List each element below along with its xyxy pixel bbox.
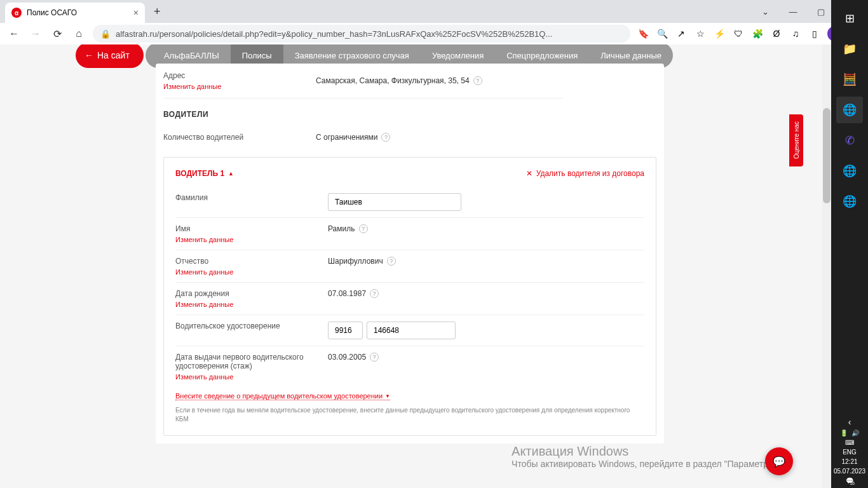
activation-sub: Чтобы активировать Windows, перейдите в … <box>512 459 780 469</box>
patronymic-label: Отчество <box>175 257 328 266</box>
volume-icon[interactable]: 🔊 <box>851 430 859 437</box>
shield-icon[interactable]: 🛡 <box>732 27 745 40</box>
explorer-icon[interactable]: 📁 <box>836 36 863 62</box>
hint-text: Если в течение года вы меняли водительск… <box>175 406 644 424</box>
clock-time[interactable]: 12:21 <box>841 458 857 465</box>
drivers-section-title: ВОДИТЕЛИ <box>156 98 664 125</box>
help-icon[interactable]: ? <box>370 353 379 362</box>
opera-icon[interactable]: Ø <box>770 27 783 40</box>
language-indicator[interactable]: ENG <box>843 449 857 456</box>
back-button[interactable]: ← <box>6 26 22 41</box>
address-label: Адрес <box>163 71 316 80</box>
name-value: Рамиль <box>328 224 355 233</box>
change-dob-link[interactable]: Изменить данные <box>175 301 328 308</box>
surname-row: Фамилия <box>175 187 644 218</box>
windows-activation-overlay: Активация Windows Чтобы активировать Win… <box>512 444 780 469</box>
change-patr-link[interactable]: Изменить данные <box>175 268 328 276</box>
patronymic-value: Шарифуллович <box>328 257 383 266</box>
dob-row: Дата рождения Изменить данные 07.08.1987… <box>175 283 644 315</box>
puzzle-icon[interactable]: 🧩 <box>751 27 764 40</box>
favicon: α <box>11 8 22 18</box>
notifications-icon[interactable]: 💬16 <box>846 477 853 484</box>
help-icon[interactable]: ? <box>359 224 368 233</box>
keyboard-icon[interactable]: ⌨ <box>845 439 854 446</box>
bolt-icon[interactable]: ⚡ <box>713 27 726 40</box>
url-text: alfastrah.ru/personal/policies/detail.ph… <box>116 29 552 39</box>
playlist-icon[interactable]: ♫ <box>789 27 802 40</box>
remove-driver-label: Удалить водителя из договора <box>536 169 644 178</box>
feedback-label: Оцените нас <box>793 122 800 159</box>
chevron-down-icon: ▼ <box>385 393 390 399</box>
feedback-tab[interactable]: Оцените нас <box>789 114 803 166</box>
lock-icon: 🔒 <box>100 29 111 39</box>
license-number-input[interactable] <box>367 322 456 339</box>
main-card: Адрес Изменить данные Самарская, Самара,… <box>156 64 664 444</box>
battery-icon[interactable]: 🔋 <box>840 430 848 437</box>
back-to-site-button[interactable]: ← На сайт <box>76 44 144 68</box>
chat-button[interactable]: 💬 <box>765 447 793 475</box>
address-bar: ← → ⟳ ⌂ 🔒 alfastrah.ru/personal/policies… <box>0 23 868 44</box>
browser-chrome: α Полис ОСАГО × + ⌄ — ▢ ✕ ← → ⟳ ⌂ 🔒 alfa… <box>0 0 868 44</box>
clock-date[interactable]: 05.07.2023 <box>834 468 865 475</box>
driver-toggle[interactable]: ВОДИТЕЛЬ 1 ▲ <box>175 169 234 178</box>
chrome3-icon[interactable]: 🌐 <box>836 188 863 215</box>
share-icon[interactable]: ↗ <box>675 27 688 40</box>
calculator-icon[interactable]: 🧮 <box>836 66 863 93</box>
change-address-link[interactable]: Изменить данные <box>163 83 316 90</box>
name-label: Имя <box>175 224 328 233</box>
issue-date-value: 03.09.2005 <box>328 353 366 362</box>
tab-title: Полис ОСАГО <box>27 8 77 17</box>
dob-value: 07.08.1987 <box>328 289 366 298</box>
chrome2-icon[interactable]: 🌐 <box>836 158 863 184</box>
driver-count-value: С ограничениями <box>316 133 377 142</box>
help-icon[interactable]: ? <box>387 257 396 266</box>
remove-driver-link[interactable]: ✕ Удалить водителя из договора <box>526 169 644 178</box>
address-row: Адрес Изменить данные Самарская, Самара,… <box>163 64 562 98</box>
change-name-link[interactable]: Изменить данные <box>175 236 328 243</box>
home-button[interactable]: ⌂ <box>71 26 86 41</box>
license-label: Водительское удостоверение <box>175 322 328 330</box>
page-viewport: АльфаБАЛЛЫПолисыЗаявление страхового слу… <box>0 44 831 488</box>
help-icon[interactable]: ? <box>381 133 390 142</box>
windows-taskbar: ⊞ 📁 🧮 🌐 ✆ 🌐 🌐 ‹ 🔋 🔊 ⌨ ENG 12:21 05.07.20… <box>831 0 868 488</box>
change-issue-link[interactable]: Изменить данные <box>175 373 328 381</box>
name-row: Имя Изменить данные Рамиль ? <box>175 218 644 250</box>
driver-title-label: ВОДИТЕЛЬ 1 <box>175 169 224 178</box>
star-icon[interactable]: ☆ <box>694 27 707 40</box>
dob-label: Дата рождения <box>175 289 328 298</box>
arrow-left-icon: ← <box>85 50 93 60</box>
chat-icon: 💬 <box>773 456 785 468</box>
tab-bar: α Полис ОСАГО × + ⌄ — ▢ ✕ <box>0 0 868 23</box>
patronymic-row: Отчество Изменить данные Шарифуллович ? <box>175 250 644 283</box>
help-icon[interactable]: ? <box>473 76 482 85</box>
help-icon[interactable]: ? <box>370 289 379 298</box>
license-series-input[interactable] <box>328 322 363 339</box>
previous-license-link[interactable]: Внесите сведение о предыдущем водительск… <box>175 392 390 400</box>
dropdown-icon[interactable]: ⌄ <box>751 1 779 22</box>
driver-count-label: Количество водителей <box>163 133 316 142</box>
driver-count-row: Количество водителей С ограничениями ? <box>163 125 562 149</box>
close-icon: ✕ <box>526 169 532 178</box>
surname-input[interactable] <box>328 193 461 211</box>
minimize-button[interactable]: — <box>779 1 807 22</box>
issue-date-label: Дата выдачи первого водительского удосто… <box>175 353 328 370</box>
search-icon[interactable]: 🔍 <box>656 27 668 40</box>
issue-date-row: Дата выдачи первого водительского удосто… <box>175 346 644 387</box>
chevron-left-icon[interactable]: ‹ <box>848 417 851 427</box>
extension-icons: 🔖 🔍 ↗ ☆ ⚡ 🛡 🧩 Ø ♫ ▯ И ⋮ <box>637 26 862 41</box>
forward-button[interactable]: → <box>28 26 43 41</box>
vertical-scrollbar[interactable] <box>822 44 831 488</box>
viber-icon[interactable]: ✆ <box>836 127 863 154</box>
start-button[interactable]: ⊞ <box>836 5 863 32</box>
activation-title: Активация Windows <box>512 444 780 459</box>
chrome-icon[interactable]: 🌐 <box>836 97 863 123</box>
ext-icon[interactable]: 🔖 <box>637 27 649 40</box>
new-tab-button[interactable]: + <box>150 5 165 18</box>
tab-close-icon[interactable]: × <box>133 8 139 18</box>
scrollbar-thumb[interactable] <box>823 108 831 203</box>
browser-tab[interactable]: α Полис ОСАГО × <box>5 3 145 23</box>
url-input[interactable]: 🔒 alfastrah.ru/personal/policies/detail.… <box>93 25 630 43</box>
reload-button[interactable]: ⟳ <box>50 26 65 41</box>
panel-icon[interactable]: ▯ <box>808 27 821 40</box>
back-site-label: На сайт <box>97 50 130 60</box>
